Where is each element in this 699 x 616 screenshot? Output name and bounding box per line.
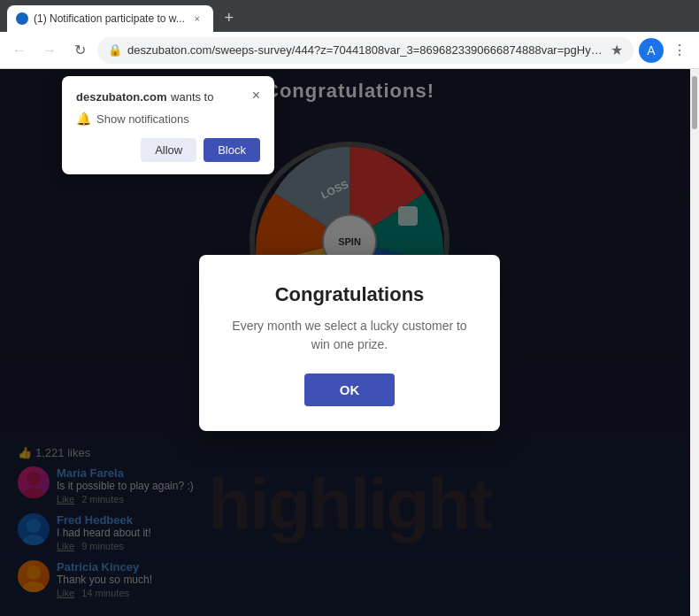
new-tab-button[interactable]: + xyxy=(217,5,242,30)
browser-menu-button[interactable]: ⋮ xyxy=(667,38,692,63)
forward-button[interactable]: → xyxy=(37,38,62,63)
address-bar[interactable]: 🔒 deszubaton.com/sweeps-survey/444?z=704… xyxy=(97,37,634,64)
notif-wants: wants to xyxy=(171,90,213,104)
notification-header: deszubaton.com wants to × xyxy=(76,89,260,104)
nav-bar: ← → ↻ 🔒 deszubaton.com/sweeps-survey/444… xyxy=(0,32,699,69)
notification-show-text: Show notifications xyxy=(96,112,189,126)
nav-right-controls: A ⋮ xyxy=(639,38,692,63)
tab-title: (1) Notification participate to w... xyxy=(34,12,185,25)
tab-favicon xyxy=(16,12,28,25)
notification-close-button[interactable]: × xyxy=(252,89,260,103)
tab-close-button[interactable]: × xyxy=(190,12,204,26)
modal-description: Every month we select a lucky customer t… xyxy=(224,317,475,354)
notification-text: deszubaton.com wants to xyxy=(76,89,213,104)
forward-icon: → xyxy=(42,42,57,58)
address-text: deszubaton.com/sweeps-survey/444?z=70441… xyxy=(127,43,605,57)
congratulations-modal: Congratulations Every month we select a … xyxy=(199,255,500,431)
page-content: Congratulations! xyxy=(0,69,699,616)
notification-popup: deszubaton.com wants to × 🔔 Show notific… xyxy=(62,76,274,174)
allow-button[interactable]: Allow xyxy=(141,138,196,162)
reload-icon: ↻ xyxy=(74,42,86,58)
modal-ok-button[interactable]: OK xyxy=(304,373,396,406)
notification-show-row: 🔔 Show notifications xyxy=(76,112,260,126)
active-tab[interactable]: (1) Notification participate to w... × xyxy=(7,5,213,32)
block-button[interactable]: Block xyxy=(204,138,260,162)
notification-actions: Allow Block xyxy=(76,138,260,162)
lock-icon: 🔒 xyxy=(108,43,122,57)
profile-button[interactable]: A xyxy=(639,38,664,63)
bookmark-icon[interactable]: ★ xyxy=(611,42,623,58)
scrollbar-thumb[interactable] xyxy=(692,76,697,129)
browser-window: (1) Notification participate to w... × +… xyxy=(0,0,699,616)
bell-icon: 🔔 xyxy=(76,112,91,126)
notif-domain: deszubaton.com xyxy=(76,90,167,104)
tab-bar: (1) Notification participate to w... × + xyxy=(0,0,699,32)
reload-button[interactable]: ↻ xyxy=(67,38,92,63)
scrollbar[interactable] xyxy=(690,69,699,616)
back-icon: ← xyxy=(12,42,27,58)
back-button[interactable]: ← xyxy=(7,38,32,63)
modal-title: Congratulations xyxy=(224,283,475,306)
